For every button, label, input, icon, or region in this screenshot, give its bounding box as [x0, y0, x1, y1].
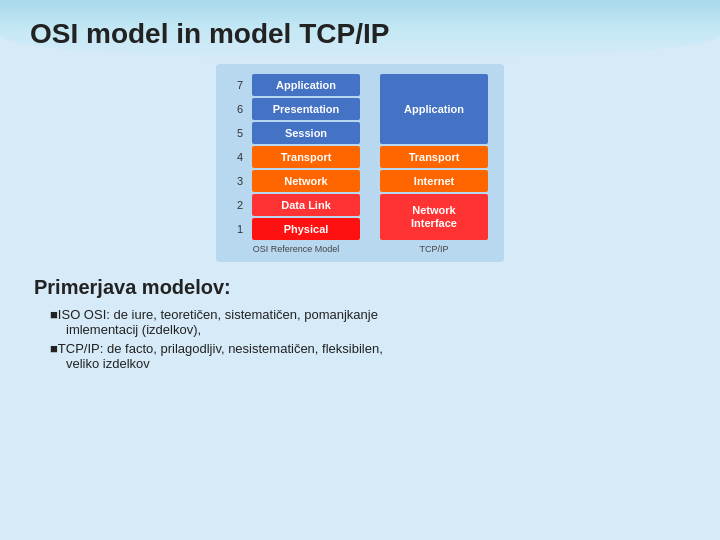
osi-layer-7: Application	[252, 74, 360, 96]
tcp-model-block: Application Transport Internet NetworkIn…	[380, 74, 488, 254]
page-title: OSI model in model TCP/IP	[30, 18, 690, 50]
bullet-tcp: ■TCP/IP: de facto, prilagodljiv, nesiste…	[50, 341, 686, 371]
osi-layer-1: Physical	[252, 218, 360, 240]
tcp-layer-application: Application	[380, 74, 488, 144]
osi-layer-4: Transport	[252, 146, 360, 168]
tcp-layer-transport: Transport	[380, 146, 488, 168]
comparison-section: Primerjava modelov: ■ISO OSI: de iure, t…	[30, 276, 690, 371]
page-content: OSI model in model TCP/IP 7 6 5 4 3 2 1	[0, 0, 720, 393]
osi-layer-5: Session	[252, 122, 360, 144]
osi-layer-6: Presentation	[252, 98, 360, 120]
bullet-iso-text: OSI: de iure, teoretičen, sistematičen, …	[84, 307, 378, 322]
osi-layers: Application Presentation Session Transpo…	[252, 74, 360, 240]
bullet-iso-line2: imlementacij (izdelkov),	[66, 322, 686, 337]
num-5: 5	[232, 122, 248, 144]
models-row: 7 6 5 4 3 2 1 Application Presentation S…	[232, 74, 488, 254]
bullet-tcp-text: de facto, prilagodljiv, nesistematičen, …	[107, 341, 383, 356]
num-6: 6	[232, 98, 248, 120]
tcp-table: Application Transport Internet NetworkIn…	[380, 74, 488, 240]
num-1: 1	[232, 218, 248, 240]
diagram-area: 7 6 5 4 3 2 1 Application Presentation S…	[30, 64, 690, 262]
tcp-layer-network-interface: NetworkInterface	[380, 194, 488, 240]
osi-table: 7 6 5 4 3 2 1 Application Presentation S…	[232, 74, 360, 240]
num-3: 3	[232, 170, 248, 192]
bullet-tcp-marker: ■TCP/IP:	[50, 341, 107, 356]
osi-model-block: 7 6 5 4 3 2 1 Application Presentation S…	[232, 74, 360, 254]
bullet-iso: ■ISO OSI: de iure, teoretičen, sistemati…	[50, 307, 686, 337]
osi-layer-2: Data Link	[252, 194, 360, 216]
osi-numbers: 7 6 5 4 3 2 1	[232, 74, 248, 240]
tcp-layer-internet: Internet	[380, 170, 488, 192]
diagram-wrapper: 7 6 5 4 3 2 1 Application Presentation S…	[216, 64, 504, 262]
bullet-iso-marker: ■ISO	[50, 307, 84, 322]
num-4: 4	[232, 146, 248, 168]
tcp-model-label: TCP/IP	[419, 244, 448, 254]
num-7: 7	[232, 74, 248, 96]
osi-model-label: OSI Reference Model	[253, 244, 340, 254]
comparison-heading: Primerjava modelov:	[34, 276, 686, 299]
bullet-tcp-line2: veliko izdelkov	[66, 356, 686, 371]
num-2: 2	[232, 194, 248, 216]
osi-layer-3: Network	[252, 170, 360, 192]
